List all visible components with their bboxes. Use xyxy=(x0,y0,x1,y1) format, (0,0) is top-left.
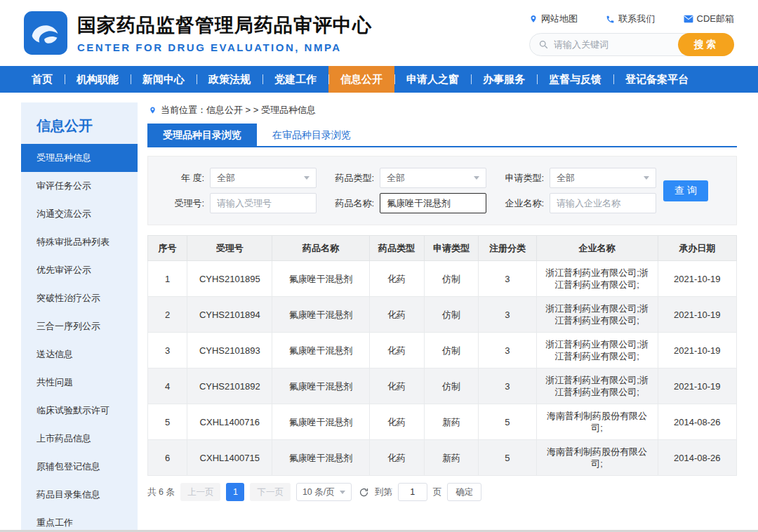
year-label: 年 度: xyxy=(158,172,204,185)
sidebar-item-three-in-one[interactable]: 三合一序列公示 xyxy=(21,312,138,340)
drug-name-input[interactable] xyxy=(380,193,486,213)
nav-item-org-functions[interactable]: 机构职能 xyxy=(65,66,131,93)
col-header-apply-type: 申请类型 xyxy=(424,236,479,261)
page-size-select[interactable]: 10 条/页 xyxy=(296,483,352,501)
table-cell: 3 xyxy=(479,333,536,368)
table-row[interactable]: 3 CYHS2101893 氟康唑干混悬剂 化药 仿制 3 浙江普利药业有限公司… xyxy=(148,333,737,368)
mail-icon xyxy=(684,15,693,23)
table-cell: 4 xyxy=(148,368,187,404)
main-panel: 当前位置：信息公开 > > 受理品种信息 受理品种目录浏览 在审品种目录浏览 年… xyxy=(147,102,737,501)
sidebar-item-priority-review[interactable]: 优先审评公示 xyxy=(21,256,138,284)
sidebar: 信息公开 受理品种信息 审评任务公示 沟通交流公示 特殊审批品种列表 优先审评公… xyxy=(21,102,138,532)
tab-accepted-catalog[interactable]: 受理品种目录浏览 xyxy=(147,124,257,146)
drug-name-label: 药品名称: xyxy=(328,197,374,210)
table-row[interactable]: 6 CXHL1400715 氟康唑干混悬剂 化药 新药 5 海南普利制药股份有限… xyxy=(148,440,737,476)
nav-item-policies[interactable]: 政策法规 xyxy=(197,66,262,93)
cde-mail-link[interactable]: CDE邮箱 xyxy=(684,13,734,25)
table-row[interactable]: 1 CYHS2101895 氟康唑干混悬剂 化药 仿制 3 浙江普利药业有限公司… xyxy=(148,261,737,297)
table-cell: 2014-08-26 xyxy=(658,404,737,440)
search-input[interactable] xyxy=(554,39,676,50)
nav-item-supervision-feedback[interactable]: 监督与反馈 xyxy=(537,66,613,93)
sidebar-item-breakthrough-therapy[interactable]: 突破性治疗公示 xyxy=(21,284,138,312)
company-input[interactable] xyxy=(550,193,656,213)
contact-us-link[interactable]: 联系我们 xyxy=(606,13,655,25)
table-cell: 5 xyxy=(479,440,536,476)
table-cell: CYHS2101894 xyxy=(187,297,272,333)
table-cell: CYHS2101892 xyxy=(187,368,272,404)
nav-item-news-center[interactable]: 新闻中心 xyxy=(131,66,197,93)
table-row[interactable]: 2 CYHS2101894 氟康唑干混悬剂 化药 仿制 3 浙江普利药业有限公司… xyxy=(148,297,737,333)
query-button[interactable]: 查 询 xyxy=(663,180,708,201)
nav-item-applicant-window[interactable]: 申请人之窗 xyxy=(394,66,471,93)
table-cell: 2014-08-26 xyxy=(658,440,737,476)
table-cell: 浙江普利药业有限公司;浙江普利药业有限公司; xyxy=(536,368,658,404)
contact-us-link-label: 联系我们 xyxy=(618,13,655,25)
chevron-down-icon xyxy=(340,491,345,494)
table-cell: 2 xyxy=(148,297,187,333)
col-header-index: 序号 xyxy=(148,236,187,261)
filter-drug-name: 药品名称: xyxy=(328,193,486,213)
next-page-button[interactable]: 下一页 xyxy=(250,483,291,501)
nav-item-home[interactable]: 首页 xyxy=(20,66,65,93)
page-size-value: 10 条/页 xyxy=(302,486,335,498)
accept-no-input[interactable] xyxy=(210,193,317,213)
table-row[interactable]: 4 CYHS2101892 氟康唑干混悬剂 化药 仿制 3 浙江普利药业有限公司… xyxy=(148,368,737,404)
prev-page-button[interactable]: 上一页 xyxy=(180,483,221,501)
site-header: 国家药品监督管理局药品审评中心 CENTER FOR DRUG EVALUATI… xyxy=(0,0,758,66)
tab-under-review-catalog[interactable]: 在审品种目录浏览 xyxy=(257,124,366,146)
col-header-reg-class: 注册分类 xyxy=(479,236,536,261)
sidebar-item-excipient-registration[interactable]: 原辅包登记信息 xyxy=(21,453,138,481)
table-cell: 化药 xyxy=(369,440,424,476)
nav-item-registration-platform[interactable]: 登记备案平台 xyxy=(613,66,700,93)
pagination: 共 6 条 上一页 1 下一页 10 条/页 到第 页 确定 xyxy=(147,483,737,501)
table-cell: CXHL1400715 xyxy=(187,440,272,476)
filter-company: 企业名称: xyxy=(498,193,656,213)
table-row[interactable]: 5 CXHL1400716 氟康唑干混悬剂 化药 新药 5 海南普利制药股份有限… xyxy=(148,404,737,440)
table-cell: 2021-10-19 xyxy=(658,333,737,368)
sidebar-item-delivery-info[interactable]: 送达信息 xyxy=(21,340,138,368)
jump-page-input[interactable] xyxy=(398,483,427,501)
sidebar-item-common-issues[interactable]: 共性问题 xyxy=(21,368,138,397)
site-title: 国家药品监督管理局药品审评中心 xyxy=(77,13,372,38)
table-cell: 3 xyxy=(148,333,187,368)
cde-logo xyxy=(24,11,67,55)
search-button[interactable]: 搜索 xyxy=(678,33,734,56)
main-nav: 首页 机构职能 新闻中心 政策法规 党建工作 信息公开 申请人之窗 办事服务 监… xyxy=(0,66,758,93)
sidebar-item-special-approval-list[interactable]: 特殊审批品种列表 xyxy=(21,228,138,256)
table-cell: 化药 xyxy=(369,404,424,440)
filter-accept-no: 受理号: xyxy=(158,193,317,213)
apply-type-select-value: 全部 xyxy=(557,172,575,185)
apply-type-select[interactable]: 全部 xyxy=(550,168,656,188)
year-select[interactable]: 全部 xyxy=(210,168,317,188)
location-pin-icon xyxy=(149,105,157,115)
header-right: 网站地图 联系我们 CDE邮箱 搜索 xyxy=(529,10,734,56)
table-cell: 仿制 xyxy=(424,368,479,404)
sidebar-item-marketed-drugs[interactable]: 上市药品信息 xyxy=(21,425,138,453)
nav-item-party-building[interactable]: 党建工作 xyxy=(262,66,328,93)
table-cell: 3 xyxy=(479,261,536,297)
nav-item-services[interactable]: 办事服务 xyxy=(471,66,537,93)
refresh-icon[interactable] xyxy=(359,487,369,498)
jump-label: 到第 xyxy=(375,486,392,498)
sidebar-item-clinical-trial-implied-license[interactable]: 临床试验默示许可 xyxy=(21,397,138,425)
drug-type-select[interactable]: 全部 xyxy=(380,168,486,188)
sidebar-item-communication[interactable]: 沟通交流公示 xyxy=(21,200,138,228)
sidebar-item-key-work[interactable]: 重点工作 xyxy=(21,509,138,532)
filter-drug-type: 药品类型: 全部 xyxy=(328,168,486,188)
table-cell: 5 xyxy=(148,404,187,440)
drug-type-label: 药品类型: xyxy=(328,172,374,185)
sidebar-item-accepted-varieties[interactable]: 受理品种信息 xyxy=(21,144,138,172)
filter-row-2: 受理号: 药品名称: 企业名称: xyxy=(158,193,726,213)
chevron-down-icon xyxy=(474,176,479,180)
jump-confirm-button[interactable]: 确定 xyxy=(447,483,481,501)
sidebar-item-drug-catalog[interactable]: 药品目录集信息 xyxy=(21,481,138,509)
sidebar-item-review-tasks[interactable]: 审评任务公示 xyxy=(21,172,138,200)
table-cell: 仿制 xyxy=(424,261,479,297)
table-cell: 6 xyxy=(148,440,187,476)
nav-item-info-disclosure[interactable]: 信息公开 xyxy=(328,66,394,93)
phone-icon xyxy=(606,15,615,24)
sitemap-link[interactable]: 网站地图 xyxy=(529,13,578,25)
pagination-total: 共 6 条 xyxy=(147,486,175,498)
page-number-1[interactable]: 1 xyxy=(226,483,244,501)
accept-no-label: 受理号: xyxy=(158,197,204,210)
